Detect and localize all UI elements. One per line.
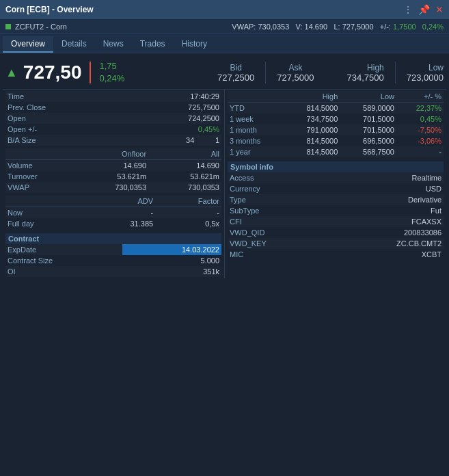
open-change-value: 0,45%: [120, 124, 221, 135]
table-row: Turnover 53.621m 53.621m: [5, 171, 221, 182]
contract-size-label: Contract Size: [5, 255, 122, 266]
3months-label: 3 months: [228, 135, 284, 146]
titlebar-title: Corn [ECB] - Overview: [5, 5, 94, 14]
tab-trades[interactable]: Trades: [132, 36, 174, 53]
high-label: High: [347, 63, 384, 72]
volume-table: Onfloor All Volume 14.690 14.690 Turnove…: [5, 148, 221, 193]
cfi-value: FCAXSX: [325, 216, 444, 227]
market-data-bar: VWAP: 730,0353 V: 14.690 L: 727,5000 +/-…: [232, 23, 444, 31]
tab-history[interactable]: History: [174, 36, 215, 53]
high-column: High 734,7500: [347, 63, 384, 83]
vwap-onfloor: 730,0353: [75, 182, 148, 193]
price-arrow-icon: ▲: [5, 66, 18, 80]
ba-size-label: B/A Size: [5, 135, 120, 146]
time-value: 17:40:29: [120, 91, 221, 102]
1month-high: 791,0000: [284, 124, 340, 135]
basic-info-table: Time 17:40:29 Prev. Close 725,7500 Open …: [5, 91, 221, 146]
l-value: 727,5000: [342, 23, 374, 31]
now-adv: -: [85, 207, 155, 219]
ba-size-value: 34 1: [120, 135, 221, 146]
mic-value: XCBT: [325, 249, 444, 260]
tab-details[interactable]: Details: [53, 36, 95, 53]
titlebar-controls: ⋮ 📌 ✕: [403, 4, 444, 15]
open-change-label: Open +/-: [5, 124, 120, 135]
symbol-info: ZCFUT2 - Corn: [5, 23, 67, 31]
access-value: Realtime: [325, 172, 444, 183]
open-label: Open: [5, 113, 120, 124]
bid-label: Bid: [217, 63, 254, 72]
prev-close-value: 725,7500: [120, 102, 221, 113]
3months-change: -3,06%: [396, 135, 444, 146]
table-row: Currency USD: [228, 183, 444, 194]
currency-label: Currency: [228, 183, 325, 194]
volume-header-row: Onfloor All: [5, 148, 221, 160]
subtype-label: SubType: [228, 205, 325, 216]
1year-high: 814,5000: [284, 146, 340, 157]
price-change: 1,75 0,24%: [99, 60, 124, 85]
ytd-low: 589,0000: [340, 103, 396, 114]
ask-label: Ask: [277, 63, 314, 72]
ask-column: Ask 727,5000: [277, 63, 314, 83]
table-row: Contract Size 5.000: [5, 255, 221, 266]
table-row: 3 months 814,5000 696,5000 -3,06%: [228, 135, 444, 146]
table-row: SubType Fut: [228, 205, 444, 216]
adv-header-label: [5, 196, 85, 207]
vwap-label: VWAP:: [232, 23, 256, 31]
price-change-value: 1,75: [99, 60, 124, 72]
contract-table: ExpDate 14.03.2022 Contract Size 5.000 O…: [5, 244, 221, 277]
table-row: 1 week 734,7500 701,5000 0,45%: [228, 114, 444, 124]
table-row: VWAP 730,0353 730,0353: [5, 182, 221, 193]
1year-change: -: [396, 146, 444, 157]
volume-header-label: [5, 148, 75, 160]
symbol-bar: ZCFUT2 - Corn VWAP: 730,0353 V: 14.690 L…: [0, 19, 449, 34]
1year-low: 568,7500: [340, 146, 396, 157]
price-change-pct: 0,24%: [99, 72, 124, 85]
contract-section-header: Contract: [5, 233, 221, 244]
adv-header-row: ADV Factor: [5, 196, 221, 207]
symbol-info-header: Symbol info: [228, 161, 444, 172]
turnover-onfloor: 53.621m: [75, 171, 148, 182]
close-icon[interactable]: ✕: [435, 4, 444, 15]
table-row: Prev. Close 725,7500: [5, 102, 221, 113]
ytd-label: YTD: [228, 103, 284, 114]
table-row: Open 724,2500: [5, 113, 221, 124]
vwd-key-value: ZC.CB.CMT2: [325, 238, 444, 249]
1year-label: 1 year: [228, 146, 284, 157]
period-low-header: Low: [340, 91, 396, 103]
pin-icon[interactable]: 📌: [418, 4, 430, 15]
fullday-factor: 0,5x: [155, 218, 221, 229]
bid-ask-divider: [265, 62, 266, 83]
time-label: Time: [5, 91, 120, 102]
type-value: Derivative: [325, 194, 444, 205]
contract-size-value: 5.000: [122, 255, 221, 266]
period-high-header: High: [284, 91, 340, 103]
oi-label: OI: [5, 266, 122, 277]
table-row: Time 17:40:29: [5, 91, 221, 102]
bid-value: 727,2500: [217, 72, 254, 83]
vwd-key-label: VWD_KEY: [228, 238, 325, 249]
1week-label: 1 week: [228, 114, 284, 124]
bid-ask: Bid 727,2500 Ask 727,5000 High 734,7500 …: [217, 62, 444, 83]
onfloor-header: Onfloor: [75, 148, 148, 160]
table-row: Full day 31.385 0,5x: [5, 218, 221, 229]
now-factor: -: [155, 207, 221, 219]
tab-overview[interactable]: Overview: [3, 36, 53, 53]
table-row: Access Realtime: [228, 172, 444, 183]
table-row: Type Derivative: [228, 194, 444, 205]
menu-icon[interactable]: ⋮: [403, 4, 413, 15]
oi-value: 351k: [122, 266, 221, 277]
data-columns: Time 17:40:29 Prev. Close 725,7500 Open …: [3, 90, 446, 278]
price-divider: [90, 62, 91, 83]
1week-low: 701,5000: [340, 114, 396, 124]
table-row: VWD_KEY ZC.CB.CMT2: [228, 238, 444, 249]
table-row: 1 month 791,0000 701,5000 -7,50%: [228, 124, 444, 135]
tab-news[interactable]: News: [95, 36, 132, 53]
all-header: All: [148, 148, 221, 160]
turnover-all: 53.621m: [148, 171, 221, 182]
1week-high: 734,7500: [284, 114, 340, 124]
change-value: 1,7500: [393, 23, 416, 31]
table-row: B/A Size 34 1: [5, 135, 221, 146]
price-header: ▲ 727,50 1,75 0,24% Bid 727,2500 Ask 727…: [3, 56, 446, 90]
symbol-info-table: Access Realtime Currency USD Type Deriva…: [228, 172, 444, 260]
symbol-info-label: Symbol info: [230, 163, 273, 171]
